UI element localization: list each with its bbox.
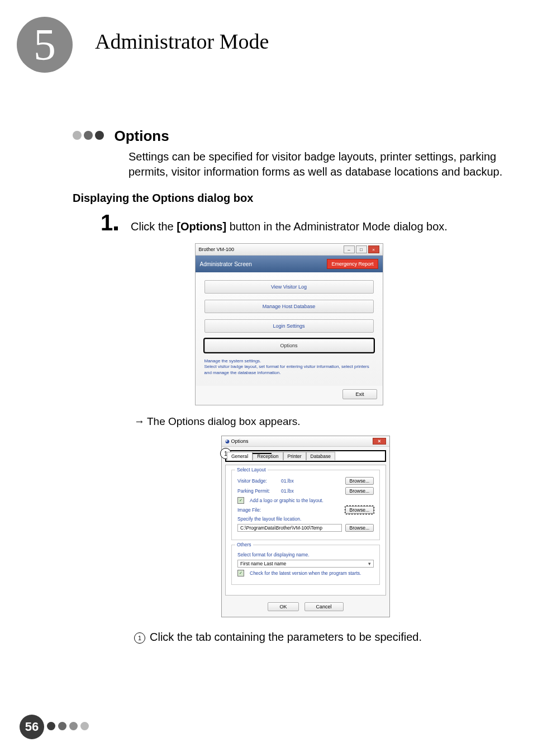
- options-dialog-screenshot: 1 ◕ Options × General Reception Printer …: [73, 436, 505, 617]
- specify-location-label: Specify the layout file location.: [237, 516, 374, 522]
- parking-permit-label: Parking Permit:: [237, 488, 278, 494]
- tab-database[interactable]: Database: [306, 452, 335, 460]
- select-layout-group: Select Layout Visitor Badge: 01.lbx Brow…: [231, 470, 380, 540]
- cancel-button[interactable]: Cancel: [304, 602, 344, 611]
- parking-permit-row: Parking Permit: 01.lbx Browse...: [237, 487, 374, 495]
- chapter-number-badge: 5: [17, 17, 73, 73]
- section-bullets-icon: [73, 131, 106, 142]
- subheading: Displaying the Options dialog box: [73, 192, 505, 205]
- visitor-badge-value: 01.lbx: [281, 478, 342, 484]
- section-description: Settings can be specified for visitor ba…: [129, 149, 505, 179]
- chapter-title: Administrator Mode: [95, 29, 269, 54]
- page-footer: 56: [20, 715, 89, 739]
- window-controls: – □ ×: [344, 245, 379, 253]
- login-settings-button[interactable]: Login Settings: [204, 319, 374, 333]
- options-button[interactable]: Options: [204, 339, 374, 352]
- parking-permit-value: 01.lbx: [281, 488, 342, 494]
- admin-header-title: Administrator Screen: [200, 261, 252, 267]
- admin-window-screenshot: Brother VM-100 – □ × Administrator Scree…: [73, 243, 505, 405]
- browse-button[interactable]: Browse...: [345, 477, 374, 485]
- result-text-row: → The Options dialog box appears.: [134, 415, 505, 428]
- name-format-label-row: Select format for displaying name.: [237, 552, 374, 557]
- others-group: Others Select format for displaying name…: [231, 545, 380, 585]
- name-format-field-row: First name Last name ▾: [237, 560, 374, 568]
- specify-location-label-row: Specify the layout file location.: [237, 516, 374, 522]
- visitor-badge-row: Visitor Badge: 01.lbx Browse...: [237, 477, 374, 485]
- checkbox-icon[interactable]: [237, 570, 244, 577]
- checkbox-icon[interactable]: [237, 497, 244, 504]
- step-dot-icon: [114, 226, 118, 230]
- options-body: Select Layout Visitor Badge: 01.lbx Brow…: [225, 465, 386, 596]
- chevron-down-icon: ▾: [368, 561, 371, 566]
- window-titlebar: Brother VM-100 – □ ×: [196, 244, 383, 256]
- location-row: C:\ProgramData\Brother\VM-100\Temp Brows…: [237, 524, 374, 532]
- step-number: 1: [101, 210, 121, 235]
- admin-note: Manage the system settings. Select visit…: [204, 358, 374, 376]
- group-title-layout: Select Layout: [235, 467, 268, 472]
- section-title: Options: [114, 127, 169, 144]
- close-icon[interactable]: ×: [368, 245, 379, 253]
- location-field[interactable]: C:\ProgramData\Brother\VM-100\Temp: [237, 524, 342, 532]
- close-icon[interactable]: ×: [373, 438, 386, 445]
- result-text: The Options dialog box appears.: [147, 415, 301, 428]
- tab-general[interactable]: General: [227, 452, 253, 460]
- options-footer: OK Cancel: [222, 599, 389, 617]
- admin-window: Brother VM-100 – □ × Administrator Scree…: [195, 243, 383, 405]
- options-title: Options: [231, 438, 249, 444]
- arrow-icon: →: [134, 415, 145, 428]
- section-heading-row: Options: [73, 127, 505, 145]
- options-titlebar: ◕ Options ×: [222, 436, 389, 447]
- admin-footer: Exit: [196, 386, 383, 405]
- callout-1-number: 1: [134, 632, 145, 644]
- view-visitor-log-button[interactable]: View Visitor Log: [204, 280, 374, 294]
- visitor-badge-label: Visitor Badge:: [237, 478, 278, 484]
- page-number-badge: 56: [20, 715, 44, 739]
- step-text: Click the [Options] button in the Admini…: [131, 220, 448, 233]
- page-number: 56: [25, 720, 39, 734]
- options-dialog: ◕ Options × General Reception Printer Da…: [221, 436, 390, 617]
- step-1: 1 Click the [Options] button in the Admi…: [101, 210, 505, 235]
- emergency-report-button[interactable]: Emergency Report: [327, 259, 378, 269]
- name-format-label: Select format for displaying name.: [237, 552, 374, 557]
- person-icon: ◕: [225, 438, 230, 444]
- browse-button[interactable]: Browse...: [345, 524, 374, 532]
- add-logo-label: Add a logo or graphic to the layout.: [250, 498, 374, 503]
- callout-1-explanation: 1 Click the tab containing the parameter…: [134, 631, 505, 644]
- group-title-others: Others: [235, 542, 253, 547]
- minimize-icon[interactable]: –: [344, 245, 355, 253]
- section-container: Options Settings can be specified for vi…: [73, 127, 505, 644]
- footer-dots-icon: [44, 722, 89, 733]
- chapter-number: 5: [34, 20, 56, 70]
- exit-button[interactable]: Exit: [342, 389, 377, 399]
- tabs-row: General Reception Printer Database: [227, 452, 384, 460]
- manage-host-database-button[interactable]: Manage Host Database: [204, 300, 374, 313]
- browse-button[interactable]: Browse...: [345, 487, 374, 495]
- check-update-label: Check for the latest version when the pr…: [250, 570, 374, 576]
- name-format-select[interactable]: First name Last name ▾: [237, 560, 374, 568]
- tab-printer[interactable]: Printer: [283, 452, 306, 460]
- admin-header: Administrator Screen Emergency Report: [196, 256, 383, 272]
- maximize-icon[interactable]: □: [356, 245, 367, 253]
- check-update-row: Check for the latest version when the pr…: [237, 570, 374, 577]
- tabs-highlight-box: General Reception Printer Database: [225, 450, 386, 462]
- admin-body: View Visitor Log Manage Host Database Lo…: [196, 272, 383, 386]
- browse-button[interactable]: Browse...: [345, 506, 374, 514]
- callout-1-text: Click the tab containing the parameters …: [150, 631, 422, 644]
- ok-button[interactable]: OK: [268, 602, 298, 611]
- window-title: Brother VM-100: [199, 247, 235, 252]
- add-logo-row: Add a logo or graphic to the layout.: [237, 497, 374, 504]
- image-file-row: Image File: Browse...: [237, 506, 374, 514]
- image-file-label: Image File:: [237, 507, 278, 513]
